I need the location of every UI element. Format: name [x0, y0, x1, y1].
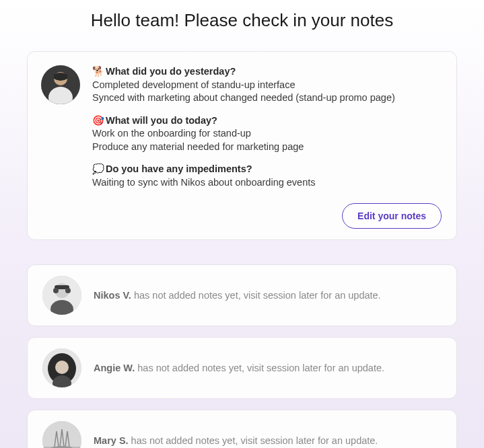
answer-line: Work on the onboarding for stand-up: [92, 127, 442, 141]
answer-line: Produce any material needed for marketin…: [92, 141, 442, 154]
answer-line: Waiting to sync with Nikos about onboard…: [92, 176, 442, 190]
avatar: [42, 348, 81, 387]
answer-line: Completed development of standu-up inter…: [92, 79, 442, 92]
pending-text: Nikos V. has not added notes yet, visit …: [94, 290, 381, 301]
page-title: Hello team! Please check in your notes: [0, 10, 484, 31]
pending-message: has not added notes yet, visit session l…: [129, 435, 378, 446]
notes-content: 🐕What did you do yesterday? Completed de…: [92, 65, 442, 190]
avatar-image-icon: [41, 65, 80, 104]
avatar: [41, 65, 80, 104]
question-row: 🎯What will you do today?: [92, 114, 442, 128]
question-row: 🐕What did you do yesterday?: [92, 65, 442, 79]
avatar-image-icon: [42, 276, 81, 315]
svg-point-6: [53, 288, 59, 293]
avatar: [42, 276, 81, 315]
question-label: What will you do today?: [106, 115, 217, 126]
note-section-yesterday: 🐕What did you do yesterday? Completed de…: [92, 65, 442, 105]
note-section-impediments: 💭Do you have any impediments? Waiting to…: [92, 163, 442, 189]
pending-name: Nikos V.: [94, 290, 131, 301]
question-label: Do you have any impediments?: [106, 163, 252, 174]
content-container: 🐕What did you do yesterday? Completed de…: [0, 51, 484, 448]
avatar: [42, 421, 81, 449]
pending-name: Mary S.: [94, 435, 129, 446]
my-notes-card: 🐕What did you do yesterday? Completed de…: [27, 51, 457, 240]
svg-point-11: [55, 361, 69, 374]
thought-emoji-icon: 💭: [92, 163, 104, 174]
my-notes-body: 🐕What did you do yesterday? Completed de…: [41, 65, 442, 190]
pending-card-angie: Angie W. has not added notes yet, visit …: [27, 337, 457, 399]
svg-point-7: [65, 288, 71, 293]
edit-notes-button[interactable]: Edit your notes: [342, 203, 442, 229]
note-section-today: 🎯What will you do today? Work on the onb…: [92, 114, 442, 154]
pending-message: has not added notes yet, visit session l…: [131, 290, 381, 301]
question-row: 💭Do you have any impediments?: [92, 163, 442, 176]
pending-card-mary: Mary S. has not added notes yet, visit s…: [27, 410, 457, 449]
question-label: What did you do yesterday?: [106, 66, 236, 77]
avatar-image-icon: [42, 348, 81, 387]
card-footer: Edit your notes: [41, 203, 442, 229]
pending-text: Angie W. has not added notes yet, visit …: [94, 363, 384, 373]
pending-text: Mary S. has not added notes yet, visit s…: [94, 435, 378, 446]
pending-card-nikos: Nikos V. has not added notes yet, visit …: [27, 264, 457, 326]
dog-emoji-icon: 🐕: [92, 66, 104, 77]
answer-line: Synced with marketing about changed need…: [92, 91, 442, 105]
svg-rect-13: [42, 421, 81, 449]
pending-message: has not added notes yet, visit session l…: [135, 363, 384, 373]
pending-name: Angie W.: [94, 363, 135, 373]
avatar-image-icon: [42, 421, 81, 449]
target-emoji-icon: 🎯: [92, 115, 104, 126]
